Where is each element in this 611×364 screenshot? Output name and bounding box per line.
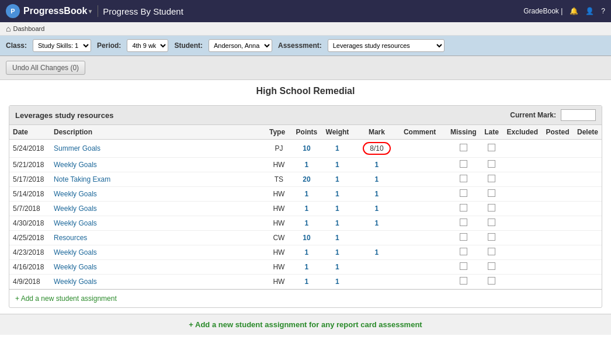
cell-posted — [541, 187, 574, 202]
description-link[interactable]: Note Taking Exam — [54, 175, 110, 183]
missing-checkbox[interactable] — [460, 144, 467, 151]
cell-excluded — [504, 140, 541, 158]
cell-delete — [574, 158, 602, 172]
late-checkbox[interactable] — [488, 144, 495, 151]
notifications-icon[interactable]: 🔔 — [570, 7, 578, 15]
cell-type: PJ — [266, 140, 292, 158]
cell-points: 1 — [292, 158, 321, 172]
cell-comment — [400, 245, 447, 260]
table-row: 4/25/2018 Resources CW 10 1 — [9, 231, 602, 245]
cell-points: 20 — [292, 172, 321, 187]
cell-points: 10 — [292, 231, 321, 245]
bottom-add-link[interactable]: + Add a new student assignment for any r… — [189, 320, 422, 329]
description-link[interactable]: Weekly Goals — [54, 248, 97, 256]
missing-checkbox[interactable] — [460, 248, 467, 255]
cell-excluded — [504, 260, 541, 275]
description-link[interactable]: Weekly Goals — [54, 161, 97, 169]
section-title: High School Remedial — [9, 86, 602, 96]
mark-value: 1 — [375, 248, 379, 256]
home-icon[interactable]: ⌂ — [6, 24, 11, 33]
cell-excluded — [504, 172, 541, 187]
missing-checkbox[interactable] — [460, 189, 467, 197]
cell-type: HW — [266, 158, 292, 172]
help-icon[interactable]: ? — [601, 7, 605, 15]
assessment-label: Assessment: — [278, 41, 322, 50]
col-header-mark: Mark — [353, 125, 400, 140]
description-link[interactable]: Weekly Goals — [54, 204, 97, 213]
cell-late — [480, 172, 504, 187]
late-checkbox[interactable] — [488, 175, 495, 182]
cell-comment — [400, 275, 447, 289]
missing-checkbox[interactable] — [460, 219, 467, 226]
mark-value: 1 — [375, 219, 379, 227]
toolbar: Class: Study Skills: 1 Period: 4th 9 wk … — [0, 36, 611, 56]
cell-date: 4/30/2018 — [9, 216, 50, 231]
missing-checkbox[interactable] — [460, 175, 467, 182]
table-row: 5/7/2018 Weekly Goals HW 1 1 1 — [9, 202, 602, 216]
cell-description: Summer Goals — [50, 140, 266, 158]
gradebook-link[interactable]: GradeBook | — [523, 7, 563, 15]
cell-date: 4/25/2018 — [9, 231, 50, 245]
cell-late — [480, 275, 504, 289]
cell-delete — [574, 216, 602, 231]
description-link[interactable]: Weekly Goals — [54, 219, 97, 227]
late-checkbox[interactable] — [488, 248, 495, 255]
undo-all-button[interactable]: Undo All Changes (0) — [6, 61, 85, 75]
cell-late — [480, 260, 504, 275]
cell-mark — [353, 275, 400, 289]
cell-missing — [447, 231, 480, 245]
cell-date: 5/14/2018 — [9, 187, 50, 202]
late-checkbox[interactable] — [488, 233, 495, 241]
cell-weight: 1 — [321, 172, 353, 187]
cell-posted — [541, 158, 574, 172]
missing-checkbox[interactable] — [460, 262, 467, 270]
cell-points: 1 — [292, 202, 321, 216]
cell-comment — [400, 172, 447, 187]
assessment-box: Leverages study resources Current Mark: … — [9, 105, 602, 308]
cell-missing — [447, 245, 480, 260]
cell-type: HW — [266, 216, 292, 231]
late-checkbox[interactable] — [488, 262, 495, 270]
student-select[interactable]: Anderson, Anna — [209, 39, 272, 52]
add-assignment-link[interactable]: + Add a new student assignment — [15, 294, 117, 303]
late-checkbox[interactable] — [488, 277, 495, 285]
description-link[interactable]: Weekly Goals — [54, 263, 97, 271]
cell-points: 1 — [292, 187, 321, 202]
cell-description: Weekly Goals — [50, 275, 266, 289]
missing-checkbox[interactable] — [460, 233, 467, 241]
cell-delete — [574, 172, 602, 187]
late-checkbox[interactable] — [488, 219, 495, 226]
cell-type: CW — [266, 231, 292, 245]
cell-description: Weekly Goals — [50, 216, 266, 231]
class-select[interactable]: Study Skills: 1 — [33, 39, 91, 52]
cell-mark: 1 — [353, 187, 400, 202]
user-icon[interactable]: 👤 — [585, 7, 594, 15]
cell-description: Resources — [50, 231, 266, 245]
period-select[interactable]: 4th 9 wk — [127, 39, 168, 52]
cell-description: Weekly Goals — [50, 158, 266, 172]
period-label: Period: — [97, 41, 121, 50]
description-link[interactable]: Resources — [54, 234, 87, 242]
description-link[interactable]: Weekly Goals — [54, 190, 97, 198]
description-link[interactable]: Summer Goals — [54, 144, 100, 152]
cell-points: 1 — [292, 216, 321, 231]
cell-description: Weekly Goals — [50, 202, 266, 216]
header-dropdown-arrow[interactable]: ▼ — [87, 8, 93, 15]
cell-mark: 8/10 — [353, 140, 400, 158]
cell-date: 4/23/2018 — [9, 245, 50, 260]
table-row: 5/14/2018 Weekly Goals HW 1 1 1 — [9, 187, 602, 202]
table-row: 5/21/2018 Weekly Goals HW 1 1 1 — [9, 158, 602, 172]
header-divider — [98, 5, 98, 17]
assessment-select[interactable]: Leverages study resources — [328, 39, 445, 52]
missing-checkbox[interactable] — [460, 277, 467, 285]
cell-points: 1 — [292, 245, 321, 260]
late-checkbox[interactable] — [488, 189, 495, 197]
cell-points: 10 — [292, 140, 321, 158]
late-checkbox[interactable] — [488, 160, 495, 168]
missing-checkbox[interactable] — [460, 204, 467, 212]
description-link[interactable]: Weekly Goals — [54, 278, 97, 286]
current-mark-input[interactable] — [561, 109, 596, 121]
late-checkbox[interactable] — [488, 204, 495, 212]
missing-checkbox[interactable] — [460, 160, 467, 168]
cell-late — [480, 140, 504, 158]
